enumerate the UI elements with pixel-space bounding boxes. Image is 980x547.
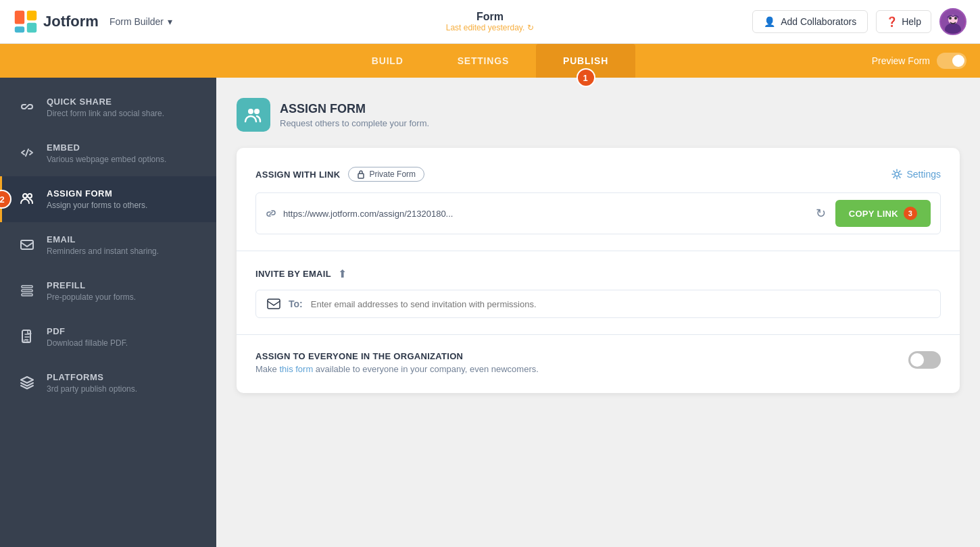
copy-link-label: COPY LINK [849,209,898,219]
email-input-row[interactable]: To: [255,290,941,318]
svg-point-18 [248,109,253,114]
sidebar-desc-assign-form: Assign your forms to others. [47,201,147,210]
svg-text:PDF: PDF [22,339,29,343]
form-builder-button[interactable]: Form Builder ▾ [109,16,172,27]
step-3-badge: 3 [904,207,917,220]
assign-form-title-area: ASSIGN FORM Request others to complete y… [280,102,429,128]
assign-with-link-title: ASSIGN WITH LINK [255,170,340,180]
help-label: Help [902,16,921,27]
nav-tabs: BUILD SETTINGS PUBLISH 1 Preview Form [0,44,980,78]
chevron-down-icon: ▾ [168,16,172,27]
org-assign-toggle[interactable] [908,351,941,369]
copy-link-button[interactable]: COPY LINK 3 [835,200,931,227]
svg-rect-12 [21,240,33,249]
assign-form-subtitle: Request others to complete your form. [280,118,429,128]
sidebar-item-platforms[interactable]: PLATFORMS 3rd party publish options. [0,360,216,406]
form-subtitle-text: Last edited yesterday. [446,23,525,32]
sidebar-title-prefill: PREFILL [47,280,136,290]
avatar[interactable] [939,8,966,35]
sidebar-item-email[interactable]: EMAIL Reminders and instant sharing. [0,222,216,268]
jotform-logo-icon [14,9,38,34]
invite-by-email-title: INVITE BY EMAIL [255,269,331,279]
help-button[interactable]: ❓ Help [876,10,931,33]
card-divider-2 [237,334,960,335]
sidebar-text-platforms: PLATFORMS 3rd party publish options. [47,372,137,394]
org-desc-link[interactable]: this form [279,364,313,374]
svg-point-8 [949,17,952,20]
upload-icon[interactable]: ⬆ [338,267,347,280]
settings-link[interactable]: Settings [891,169,941,180]
sidebar-text-assign-form: ASSIGN FORM Assign your forms to others. [47,188,147,210]
refresh-link-button[interactable]: ↻ [813,206,829,221]
tab-settings[interactable]: SETTINGS [431,44,536,78]
sidebar-title-assign-form: ASSIGN FORM [47,188,147,199]
lock-icon [357,170,365,179]
sidebar-desc-platforms: 3rd party publish options. [47,384,137,394]
sidebar-desc-embed: Various webpage embed options. [47,155,166,164]
assign-form-icon-box [237,98,270,132]
svg-rect-1 [15,11,24,24]
svg-rect-13 [22,286,32,288]
step-2-badge: 2 [0,190,11,209]
header-center: Form Last edited yesterday. ↻ [446,11,535,32]
sidebar-item-assign-form[interactable]: 2 ASSIGN FORM Assign your forms to other… [0,176,216,222]
tab-build[interactable]: BUILD [345,44,431,78]
sidebar-desc-quick-share: Direct form link and social share. [47,109,164,118]
layers-icon [18,373,36,391]
mail-icon [18,236,36,253]
form-builder-label: Form Builder [109,16,164,27]
private-badge-text: Private Form [369,170,416,179]
sidebar-text-quick-share: QUICK SHARE Direct form link and social … [47,97,164,118]
sidebar-item-prefill[interactable]: PREFILL Pre-populate your forms. [0,268,216,314]
svg-point-10 [23,194,27,198]
logo: Jotform [14,9,99,34]
private-form-badge[interactable]: Private Form [348,167,424,182]
card-divider [237,251,960,251]
assign-form-title: ASSIGN FORM [280,102,429,116]
sidebar-title-quick-share: QUICK SHARE [47,97,164,107]
add-collaborators-label: Add Collaborators [781,16,856,27]
svg-point-21 [895,172,899,176]
sidebar-text-email: EMAIL Reminders and instant sharing. [47,234,159,256]
tab-publish[interactable]: PUBLISH 1 [536,44,635,78]
preview-form-toggle[interactable] [937,53,966,69]
add-collaborators-button[interactable]: 👤 Add Collaborators [752,10,868,33]
sidebar-text-embed: EMBED Various webpage embed options. [47,142,166,164]
link-row: https://www.jotform.com/assign/21320180.… [255,192,941,234]
org-section: ASSIGN TO EVERYONE IN THE ORGANIZATION M… [255,351,941,374]
header: Jotform Form Builder ▾ Form Last edited … [0,0,980,44]
sidebar-desc-email: Reminders and instant sharing. [47,246,159,256]
svg-rect-2 [27,11,36,20]
sidebar-title-email: EMAIL [47,234,159,244]
tab-publish-label: PUBLISH [563,55,608,66]
svg-point-11 [28,194,32,198]
sidebar-desc-pdf: Download fillable PDF. [47,338,128,348]
assign-form-card: ASSIGN WITH LINK Private Form Settings h… [237,148,960,393]
org-toggle-knob [910,353,924,367]
sidebar-item-quick-share[interactable]: QUICK SHARE Direct form link and social … [0,84,216,130]
link-url-text: https://www.jotform.com/assign/21320180.… [283,209,806,219]
sidebar: QUICK SHARE Direct form link and social … [0,78,216,547]
email-address-input[interactable] [311,299,929,309]
org-desc: Make this form available to everyone in … [255,364,539,374]
preview-form-label: Preview Form [872,55,930,66]
svg-rect-14 [22,290,32,292]
sidebar-text-pdf: PDF Download fillable PDF. [47,326,128,348]
email-to-label: To: [289,298,303,309]
email-icon [267,298,280,309]
sidebar-item-pdf[interactable]: PDF PDF Download fillable PDF. [0,314,216,360]
link-icon [18,98,36,115]
header-right: 👤 Add Collaborators ❓ Help [752,8,966,35]
svg-rect-20 [358,174,364,178]
sidebar-title-embed: EMBED [47,142,166,153]
sidebar-title-platforms: PLATFORMS [47,372,137,382]
code-icon [18,144,36,161]
link-icon-small [266,208,276,219]
help-icon: ❓ [886,16,898,27]
assign-form-header: ASSIGN FORM Request others to complete y… [237,98,960,132]
settings-label: Settings [906,169,941,180]
avatar-image [941,9,965,34]
assign-with-link-header: ASSIGN WITH LINK Private Form Settings [255,167,941,182]
sidebar-item-embed[interactable]: EMBED Various webpage embed options. [0,130,216,176]
people-icon [18,190,36,207]
